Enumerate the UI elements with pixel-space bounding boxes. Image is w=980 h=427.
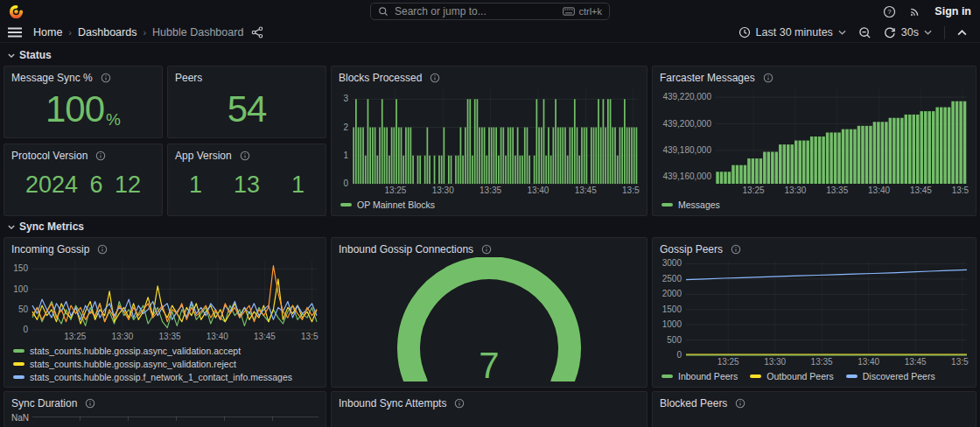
legend-label: stats_counts.hubble.gossip.async_validat… (30, 359, 236, 369)
panel-title: Gossip Peers (660, 243, 723, 256)
legend-item[interactable]: stats_counts.hubble.gossip.async_validat… (13, 345, 317, 356)
info-icon (85, 398, 95, 409)
panel-header[interactable]: Message Sync % (11, 70, 155, 86)
svg-text:13:25: 13:25 (384, 186, 406, 195)
collapse-toolbar-button[interactable] (952, 24, 972, 41)
legend-label: stats_counts.hubble.gossip.async_validat… (30, 346, 241, 356)
panel-header[interactable]: Farcaster Messages (660, 70, 969, 86)
panel-title: Message Sync % (11, 72, 93, 84)
farcaster-messages-chart[interactable]: 439,160,000439,180,000439,200,000439,220… (660, 86, 969, 196)
breadcrumb-home[interactable]: Home (33, 26, 62, 38)
time-range-label: Last 30 minutes (756, 26, 833, 38)
legend-item[interactable]: Outbound Peers (750, 370, 833, 382)
breadcrumb: Home › Dashboards › Hubble Dashboard (33, 26, 243, 38)
svg-text:13:30: 13:30 (111, 332, 133, 341)
sync-duration-axis: NaN (11, 411, 318, 423)
panel-title: Blocks Processed (339, 72, 422, 84)
legend-item[interactable]: stats_counts.hubble.gossip.async_validat… (13, 358, 317, 369)
panel-header[interactable]: Protocol Version (11, 148, 155, 164)
panel-header[interactable]: Incoming Gossip (11, 242, 318, 257)
help-button[interactable]: ? (883, 5, 896, 18)
legend-item[interactable]: Messages (662, 199, 720, 210)
search-icon (378, 6, 388, 17)
gossip-peers-chart[interactable]: 05001000150020002500300013:2513:3013:351… (660, 257, 969, 368)
svg-text:13:45: 13:45 (254, 332, 276, 341)
svg-text:13:40: 13:40 (527, 186, 549, 195)
svg-text:0: 0 (676, 350, 682, 360)
chevron-up-icon (957, 30, 967, 36)
svg-text:0: 0 (23, 325, 28, 334)
legend-item[interactable]: Discovered Peers (846, 370, 935, 382)
panel-header[interactable]: Blocks Processed (339, 70, 640, 86)
breadcrumb-current: Hubble Dashboard (152, 26, 243, 38)
legend-item[interactable]: stats_counts.hubble.gossip.f_network_1_c… (13, 371, 317, 382)
refresh-icon (884, 26, 896, 38)
svg-text:13:50: 13:50 (951, 357, 969, 367)
gossip-connections-gauge[interactable]: 7 (339, 257, 640, 382)
legend-swatch (750, 374, 761, 378)
svg-text:13:35: 13:35 (811, 357, 833, 367)
info-icon (240, 150, 250, 161)
stat-values: 1 13 1 (175, 164, 318, 210)
search-shortcut: ctrl+k (578, 6, 602, 17)
legend-item[interactable]: stats_counts.hubble.gossip.f_network_1_p… (13, 384, 317, 388)
panel-header[interactable]: Gossip Peers (660, 242, 969, 257)
panel-title: Protocol Version (11, 150, 88, 162)
panel-header[interactable]: Inbound Sync Attempts (339, 396, 640, 411)
legend-item[interactable]: OP Mainnet Blocks (340, 199, 435, 210)
svg-text:3: 3 (343, 94, 348, 103)
legend-swatch (340, 203, 352, 206)
panel-title: Farcaster Messages (660, 72, 755, 84)
svg-text:13:50: 13:50 (952, 186, 969, 195)
refresh-button[interactable]: 30s (878, 24, 937, 41)
menu-button[interactable] (8, 27, 22, 38)
svg-text:13:35: 13:35 (480, 186, 501, 195)
time-range-picker[interactable]: Last 30 minutes (733, 24, 851, 41)
svg-text:13:25: 13:25 (718, 357, 739, 367)
legend-swatch (846, 374, 858, 378)
axis-label: NaN (11, 414, 29, 423)
legend-label: OP Mainnet Blocks (357, 200, 435, 210)
svg-text:13:25: 13:25 (743, 186, 765, 195)
info-icon (454, 398, 465, 409)
svg-text:1500: 1500 (662, 304, 682, 314)
search-input[interactable]: Search or jump to... ctrl+k (370, 3, 610, 20)
chevron-down-icon (8, 225, 15, 229)
svg-text:150: 150 (13, 263, 28, 273)
panel-protocol-version: Protocol Version 2024 6 12 (4, 144, 163, 216)
keyboard-icon (563, 7, 575, 16)
breadcrumb-separator: › (68, 27, 72, 38)
refresh-interval-label: 30s (901, 26, 919, 38)
section-status[interactable]: Status (4, 48, 976, 66)
toolbar-divider (944, 26, 945, 39)
breadcrumb-separator: › (143, 27, 146, 38)
info-icon (430, 73, 440, 83)
chevron-down-icon (924, 30, 932, 35)
grafana-logo-icon[interactable] (9, 4, 24, 19)
svg-text:13:35: 13:35 (159, 332, 181, 341)
panel-header[interactable]: Peers (175, 70, 318, 86)
legend-swatch (13, 349, 24, 353)
svg-text:13:45: 13:45 (905, 357, 927, 367)
legend-label: Outbound Peers (766, 371, 833, 382)
legend-item[interactable]: Inbound Peers (662, 370, 738, 382)
panel-header[interactable]: App Version (175, 148, 318, 164)
share-button[interactable] (251, 26, 263, 38)
incoming-gossip-chart[interactable]: 05010015013:2513:3013:3513:4013:4513:50 (11, 257, 318, 342)
breadcrumb-dashboards[interactable]: Dashboards (78, 26, 136, 38)
panel-title: Peers (175, 72, 202, 84)
info-icon (731, 244, 741, 255)
blocks-processed-chart[interactable]: 012313:2513:3013:3513:4013:4513:50 (339, 86, 640, 196)
panel-header[interactable]: Sync Duration (11, 396, 318, 411)
news-button[interactable] (909, 5, 921, 18)
panel-header[interactable]: Blocked Peers (660, 396, 969, 411)
section-sync-metrics[interactable]: Sync Metrics (4, 220, 976, 237)
sign-in-button[interactable]: Sign in (934, 5, 971, 18)
top-navbar: Search or jump to... ctrl+k ? Sign in (0, 0, 980, 23)
info-icon (763, 73, 774, 83)
panel-inbound-sync-attempts: Inbound Sync Attempts (331, 391, 648, 427)
svg-text:100: 100 (13, 284, 28, 294)
panel-message-sync: Message Sync % 100% (4, 66, 163, 138)
zoom-out-button[interactable] (853, 24, 877, 41)
panel-header[interactable]: Inbound Gossip Connections (339, 242, 640, 257)
